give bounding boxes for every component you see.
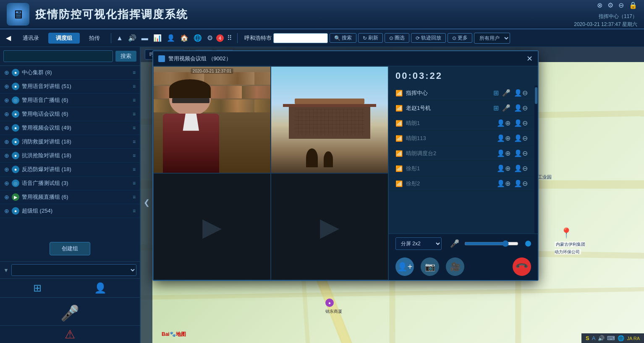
tray-icon-network[interactable]: 🌐 (618, 335, 624, 341)
group-item-1[interactable]: ⊕ ● 警用语音对讲组 (51) ≡ (0, 80, 140, 94)
group-search-btn[interactable]: 搜索 (115, 51, 136, 62)
participant-name-4: 晴朗调度台2 (406, 150, 493, 157)
group-menu-6[interactable]: ≡ (133, 153, 136, 159)
nav-trace-btn[interactable]: ⟳ 轨迹回放 (411, 33, 446, 43)
group-add-icon-7[interactable]: ⊕ (4, 166, 9, 173)
video-cell-main: 2020-03-21 12:37:01 (153, 66, 271, 173)
group-item-0[interactable]: ⊕ ● 中心集群 (8) ≡ (0, 66, 140, 80)
group-item-8[interactable]: ⊕ ◎ 语音广播测试组 (3) ≡ (0, 177, 140, 190)
mic-icon-1[interactable]: 🎤 (502, 104, 510, 112)
video-cam-btn[interactable]: 🎥 (446, 257, 464, 276)
group-add-icon-8[interactable]: ⊕ (4, 180, 9, 187)
nav-icon-settings2[interactable]: ⚙ (205, 33, 215, 43)
tab-contacts[interactable]: 通讯录 (15, 33, 47, 44)
person-plus-6[interactable]: 👤⊕ (497, 179, 510, 187)
nav-search-btn[interactable]: 🔍 搜索 (330, 33, 356, 43)
volume-slider[interactable] (464, 240, 518, 247)
group-menu-5[interactable]: ≡ (133, 139, 136, 145)
group-item-10[interactable]: ⊕ ● 超级组 (254) ≡ (0, 204, 140, 218)
nav-more-btn[interactable]: ⊙ 更多 (448, 33, 472, 43)
group-add-icon-3[interactable]: ⊕ (4, 111, 9, 117)
nav-icon-person[interactable]: 👤 (165, 33, 177, 43)
person-minus-2[interactable]: 👤⊖ (514, 119, 528, 127)
tab-broadcast[interactable]: 拍传 (81, 33, 107, 44)
grid-icon-0[interactable]: ⊞ (493, 89, 499, 97)
minimize-icon[interactable]: ⊖ (618, 0, 624, 11)
group-name-3: 警用电话会议组 (6) (22, 110, 68, 118)
group-menu-1[interactable]: ≡ (133, 83, 136, 89)
split-select[interactable]: 分屏 2x2 分屏 1x1 分屏 3x3 (395, 237, 442, 250)
person-plus-2[interactable]: 👤⊕ (497, 119, 510, 127)
person-minus-1[interactable]: 👤⊖ (514, 104, 528, 112)
nav-icon-speaker[interactable]: 🔊 (126, 33, 138, 43)
grid-icon-1[interactable]: ⊞ (493, 104, 499, 112)
nav-search-input[interactable] (273, 33, 328, 43)
map-area: 呼和浩特市 地图 混合 ❮ Bai🐾地图 PTTUs44 金川工业园 内蒙古伊利… (141, 47, 644, 343)
nav-icon-chart[interactable]: 📊 (152, 33, 163, 43)
group-add-icon-6[interactable]: ⊕ (4, 152, 9, 159)
person-icon-left[interactable]: 👤 (94, 282, 107, 294)
person-plus-3[interactable]: 👤⊕ (497, 134, 510, 142)
group-name-7: 反恐防爆对讲组 (18) (22, 166, 71, 173)
add-user-btn[interactable]: 👤+ (395, 257, 414, 276)
group-add-icon-0[interactable]: ⊕ (4, 69, 9, 76)
tray-icon-speaker2[interactable]: 🔊 (598, 335, 605, 341)
group-item-7[interactable]: ⊕ ● 反恐防爆对讲组 (18) ≡ (0, 163, 140, 177)
group-item-4[interactable]: ⊕ ● 警用视频会议组 (49) ≡ (0, 121, 140, 135)
group-menu-7[interactable]: ≡ (133, 166, 136, 172)
person-plus-4[interactable]: 👤⊕ (497, 149, 510, 157)
nav-back-arrow[interactable]: ◀ (3, 32, 13, 44)
group-search-input[interactable] (3, 50, 113, 62)
scrollbar[interactable] (534, 86, 538, 234)
create-group-btn[interactable]: 创建组 (50, 242, 90, 255)
group-menu-3[interactable]: ≡ (133, 111, 136, 117)
tray-icon-keyboard[interactable]: ⌨ (607, 335, 615, 341)
user-filter-select[interactable]: 所有用户 (474, 33, 510, 44)
person-minus-3[interactable]: 👤⊖ (514, 134, 528, 142)
group-menu-4[interactable]: ≡ (133, 125, 136, 131)
group-menu-0[interactable]: ≡ (133, 70, 136, 75)
group-item-5[interactable]: ⊕ ● 消防救援对讲组 (18) ≡ (0, 135, 140, 149)
group-menu-10[interactable]: ≡ (133, 208, 136, 214)
modal-close-btn[interactable]: ✕ (526, 55, 533, 62)
dropdown-arrow[interactable]: ▼ (3, 267, 9, 273)
grid-icon-left[interactable]: ⊞ (33, 282, 42, 294)
group-add-icon-4[interactable]: ⊕ (4, 125, 9, 131)
group-add-icon-10[interactable]: ⊕ (4, 208, 9, 214)
settings-icon[interactable]: ⚙ (607, 0, 613, 11)
footer-mic-btn[interactable]: 🎤 (450, 239, 459, 248)
person-minus-0[interactable]: 👤⊖ (514, 89, 528, 97)
group-item-6[interactable]: ⊕ ● 抗洪抢险对讲组 (18) ≡ (0, 149, 140, 163)
nav-icon-grid[interactable]: ⠿ (225, 33, 234, 43)
person-minus-5[interactable]: 👤⊖ (514, 164, 528, 172)
nav-circle-btn[interactable]: ⊙ 圈选 (385, 33, 409, 43)
hangup-btn[interactable]: 📞 (513, 257, 531, 276)
camera-btn[interactable]: 📷 (421, 257, 439, 276)
nav-refresh-btn[interactable]: ↻ 刷新 (358, 33, 383, 43)
bottom-select[interactable] (11, 264, 136, 276)
nav-icon-video[interactable]: ▬ (140, 34, 150, 43)
nav-sep1 (111, 33, 111, 43)
mic-icon-0[interactable]: 🎤 (502, 89, 510, 97)
person-minus-4[interactable]: 👤⊖ (514, 149, 528, 157)
group-menu-9[interactable]: ≡ (133, 194, 136, 200)
group-item-3[interactable]: ⊕ ● 警用电话会议组 (6) ≡ (0, 107, 140, 121)
group-add-icon-9[interactable]: ⊕ (4, 194, 9, 200)
mic-icon-left[interactable]: 🎤 (60, 304, 79, 322)
nav-icon-up[interactable]: ▲ (115, 34, 125, 43)
wifi-icon[interactable]: ⊗ (597, 0, 602, 11)
nav-icon-building[interactable]: 🏠 (178, 33, 190, 43)
group-menu-2[interactable]: ≡ (133, 97, 136, 103)
lock-icon[interactable]: 🔒 (629, 0, 637, 11)
tab-dispatch[interactable]: 调度组 (48, 33, 80, 44)
nav-icon-browser[interactable]: 🌐 (192, 33, 204, 43)
group-add-icon-1[interactable]: ⊕ (4, 83, 9, 90)
group-menu-8[interactable]: ≡ (133, 180, 136, 186)
person-plus-5[interactable]: 👤⊕ (497, 164, 510, 172)
group-item-2[interactable]: ⊕ ◎ 警用语音广播组 (6) ≡ (0, 94, 140, 107)
group-add-icon-5[interactable]: ⊕ (4, 138, 9, 145)
group-add-icon-2[interactable]: ⊕ (4, 97, 9, 104)
tray-icon-a[interactable]: A (592, 335, 596, 341)
group-item-9[interactable]: ⊕ ▶ 警用视频直播组 (6) ≡ (0, 190, 140, 204)
person-minus-6[interactable]: 👤⊖ (514, 179, 528, 187)
